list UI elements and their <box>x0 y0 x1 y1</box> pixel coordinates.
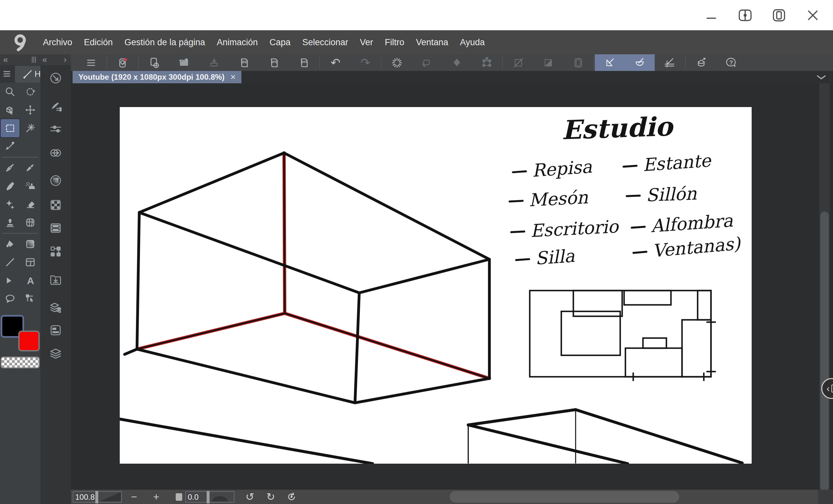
tool-mesh-warp[interactable] <box>21 213 40 232</box>
drawing-canvas[interactable]: Estudio Repisa Estante Mesón Sillón Escr… <box>120 107 752 464</box>
medibang-home-button[interactable] <box>108 54 138 71</box>
redo-button[interactable]: ↷ <box>351 54 380 71</box>
rotate-right-button[interactable]: ↻ <box>264 490 278 504</box>
menu-ver[interactable]: Ver <box>354 30 379 54</box>
tool-gradient[interactable] <box>21 235 40 253</box>
chevron-left-icon: ‹ <box>827 384 830 393</box>
menu-filtro[interactable]: Filtro <box>379 30 410 54</box>
snap-off-icon[interactable] <box>48 71 63 85</box>
tool-balloon[interactable] <box>1 290 20 308</box>
tool-ink-brush[interactable] <box>1 177 20 195</box>
tab-close-icon[interactable]: × <box>230 72 236 82</box>
tool-rotate-canvas[interactable] <box>21 82 40 101</box>
tab-list-chevron-icon[interactable] <box>815 73 828 82</box>
material-3d-button[interactable] <box>686 54 716 71</box>
tool-stamp[interactable] <box>1 213 20 232</box>
network-icon[interactable] <box>48 244 63 259</box>
sync-transform-icon[interactable] <box>48 146 63 160</box>
zoom-out-button[interactable]: − <box>127 490 141 504</box>
reset-view-button[interactable] <box>284 490 299 504</box>
help-button[interactable]: ? <box>716 54 746 71</box>
transform-button[interactable] <box>472 54 502 71</box>
tool-eraser[interactable] <box>21 195 40 213</box>
tool-decoration[interactable] <box>1 195 20 213</box>
tool-operation[interactable] <box>1 101 20 119</box>
tool-airbrush[interactable] <box>21 177 40 195</box>
save-button[interactable] <box>199 54 229 71</box>
undo-button[interactable]: ↶ <box>320 54 351 71</box>
layout-icon[interactable] <box>48 323 63 337</box>
transparent-color-swatch[interactable] <box>1 357 40 368</box>
rotation-slider[interactable]: 0.0 <box>186 491 234 502</box>
adjustments-icon[interactable] <box>48 122 63 136</box>
tool-text[interactable]: A <box>21 271 40 290</box>
tool-line[interactable] <box>1 253 20 271</box>
snap-parallel-button[interactable] <box>595 54 625 71</box>
tool-pen[interactable] <box>1 159 20 177</box>
background-color-swatch[interactable] <box>18 331 40 352</box>
menu-ventana[interactable]: Ventana <box>410 30 454 54</box>
restore-screen-icon[interactable] <box>772 8 786 22</box>
deselect-button[interactable] <box>503 54 533 71</box>
animation-icon[interactable] <box>48 221 63 235</box>
red-guide-cores <box>137 153 490 378</box>
tool-node-edit[interactable] <box>21 290 40 308</box>
tool-panel-menu-icon[interactable] <box>3 70 11 79</box>
fill-shape-button[interactable] <box>442 54 472 71</box>
vertical-scrollbar[interactable] <box>819 83 830 490</box>
invert-selection-button[interactable] <box>533 54 563 71</box>
menu-seleccionar[interactable]: Seleccionar <box>296 30 354 54</box>
export-png-button[interactable]: png <box>259 54 289 71</box>
vertical-scrollbar-thumb[interactable] <box>820 212 829 491</box>
snap-grid-button[interactable] <box>655 54 685 71</box>
fit-view-button[interactable] <box>176 493 182 501</box>
workspace: Estudio Repisa Estante Mesón Sillón Escr… <box>71 83 833 490</box>
snap-curve-button[interactable] <box>625 54 655 71</box>
download-assets-icon[interactable] <box>48 273 63 287</box>
tool-brush[interactable] <box>21 159 40 177</box>
panel-drag-handle[interactable] <box>32 56 36 63</box>
tab-partial-label[interactable]: H <box>34 69 41 79</box>
menu-animacion[interactable]: Animación <box>211 30 264 54</box>
materials-icon[interactable] <box>48 198 63 212</box>
tool-zoom[interactable] <box>1 82 20 101</box>
export-psd-button[interactable]: psd <box>289 54 319 71</box>
menu-archivo[interactable]: Archivo <box>37 30 78 54</box>
minimize-button[interactable] <box>704 8 718 22</box>
rotate-left-button[interactable]: ↺ <box>243 490 257 504</box>
tool-grid <box>0 159 40 232</box>
new-canvas-button[interactable] <box>139 54 169 71</box>
collapse-side-panel-icon[interactable]: « <box>42 54 47 65</box>
tool-rectangle-select[interactable] <box>1 119 20 137</box>
zoom-in-button[interactable]: + <box>149 490 163 504</box>
select-move-button[interactable] <box>412 54 442 71</box>
tool-magic-wand[interactable] <box>21 119 40 137</box>
expand-side-panel-icon[interactable]: › <box>64 54 67 65</box>
menu-gestion-pagina[interactable]: Gestión de la página <box>119 30 211 54</box>
collapse-tool-panel-icon[interactable]: « <box>3 54 8 65</box>
zoom-slider-handle[interactable] <box>95 491 98 503</box>
brush-settings-icon[interactable] <box>48 100 63 115</box>
open-file-button[interactable] <box>169 54 199 71</box>
tone-icon[interactable] <box>48 173 63 188</box>
menu-capa[interactable]: Capa <box>264 30 296 54</box>
horizontal-scrollbar-thumb[interactable] <box>450 491 679 503</box>
menu-edicion[interactable]: Edición <box>78 30 119 54</box>
main-menu-button[interactable] <box>76 54 106 71</box>
tool-frame-divider[interactable] <box>21 253 40 271</box>
zoom-slider[interactable]: 100.8 <box>73 491 122 502</box>
layer-effects-icon[interactable] <box>48 300 63 315</box>
png-label: png <box>272 60 278 64</box>
menu-ayuda[interactable]: Ayuda <box>454 30 491 54</box>
tool-move[interactable] <box>21 101 40 119</box>
tool-bucket[interactable] <box>1 235 20 253</box>
tool-eyedropper[interactable] <box>1 137 20 155</box>
tool-panel-divider <box>3 233 38 234</box>
tool-shape[interactable] <box>1 271 20 290</box>
split-view-icon[interactable] <box>738 8 752 22</box>
export-jpg-button[interactable]: jpg <box>229 54 259 71</box>
close-button[interactable] <box>806 8 820 22</box>
document-tab[interactable]: Youtube (1920 x 1080px 300dpi 100.8%) × <box>73 71 241 83</box>
layers-icon[interactable] <box>48 346 63 361</box>
selection-border-button[interactable] <box>563 54 593 71</box>
